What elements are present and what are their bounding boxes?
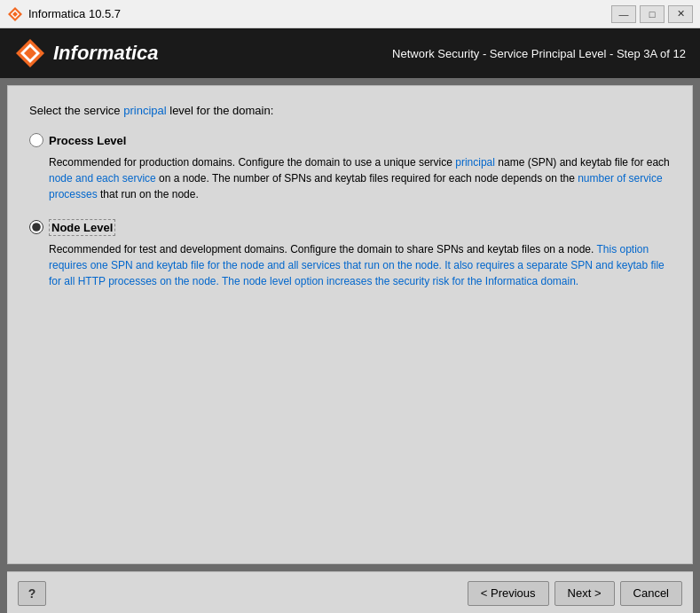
maximize-button[interactable]: □ — [640, 5, 665, 23]
window-controls: — □ ✕ — [611, 5, 693, 23]
title-bar: Informatica 10.5.7 — □ ✕ — [0, 0, 700, 28]
header-bar: Informatica Network Security - Service P… — [0, 28, 700, 78]
process-level-label[interactable]: Process Level — [49, 134, 126, 147]
principal-link: principal — [123, 104, 166, 117]
next-button[interactable]: Next > — [554, 581, 615, 606]
app-name: Informatica — [53, 42, 159, 65]
logo: Informatica — [14, 37, 159, 69]
node-level-label[interactable]: Node Level — [49, 221, 115, 234]
close-button[interactable]: ✕ — [668, 5, 693, 23]
node-level-row: Node Level — [29, 220, 671, 234]
minimize-button[interactable]: — — [611, 5, 636, 23]
previous-button[interactable]: < Previous — [468, 581, 549, 606]
node-level-option: Node Level Recommended for test and deve… — [29, 220, 671, 289]
node-level-radio[interactable] — [29, 220, 43, 234]
footer-buttons: < Previous Next > Cancel — [468, 581, 682, 606]
process-level-radio[interactable] — [29, 133, 43, 147]
cancel-button[interactable]: Cancel — [620, 581, 682, 606]
app-icon — [7, 6, 23, 22]
logo-icon — [14, 37, 46, 69]
node-level-label-text: Node Level — [49, 219, 115, 236]
process-level-description: Recommended for production domains. Conf… — [49, 154, 671, 202]
main-content: Select the service principal level for t… — [7, 85, 693, 564]
instruction-text: Select the service principal level for t… — [29, 104, 671, 117]
node-level-description: Recommended for test and development dom… — [49, 241, 671, 289]
process-level-option: Process Level Recommended for production… — [29, 133, 671, 202]
help-button[interactable]: ? — [18, 581, 46, 606]
footer: ? < Previous Next > Cancel — [7, 571, 693, 613]
process-level-row: Process Level — [29, 133, 671, 147]
step-label: Network Security - Service Principal Lev… — [392, 47, 686, 60]
window-title: Informatica 10.5.7 — [28, 7, 611, 20]
